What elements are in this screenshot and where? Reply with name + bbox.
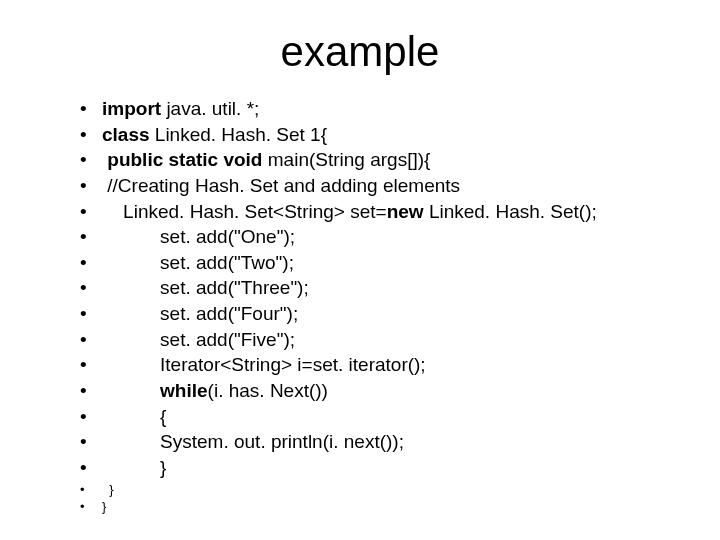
code-line: set. add("Five"); [80, 327, 680, 353]
code-line: Linked. Hash. Set<String> set=new Linked… [80, 199, 680, 225]
code-line: } [80, 498, 680, 516]
code-text: set. add("Five"); [102, 329, 295, 350]
code-line: import java. util. *; [80, 96, 680, 122]
code-text: } [102, 499, 106, 514]
code-text: { [102, 406, 166, 427]
code-text: new [387, 201, 429, 222]
code-line: System. out. println(i. next()); [80, 429, 680, 455]
code-line: set. add("Three"); [80, 275, 680, 301]
code-line: } [80, 455, 680, 481]
code-text: set. add("Three"); [102, 277, 309, 298]
code-text: main(String args[]){ [268, 149, 431, 170]
code-line: while(i. has. Next()) [80, 378, 680, 404]
code-line: set. add("One"); [80, 224, 680, 250]
code-line: //Creating Hash. Set and adding elements [80, 173, 680, 199]
code-text: public static void [107, 149, 267, 170]
code-line: class Linked. Hash. Set 1{ [80, 122, 680, 148]
code-text: set. add("One"); [102, 226, 295, 247]
code-line: public static void main(String args[]){ [80, 147, 680, 173]
code-text: Linked. Hash. Set(); [429, 201, 597, 222]
code-line: { [80, 404, 680, 430]
code-text: set. add("Four"); [102, 303, 298, 324]
code-line: set. add("Four"); [80, 301, 680, 327]
code-text: import [102, 98, 166, 119]
code-text: System. out. println(i. next()); [102, 431, 404, 452]
code-text: while [102, 380, 208, 401]
code-text: java. util. *; [166, 98, 259, 119]
slide-title: example [40, 28, 680, 76]
code-list: import java. util. *;class Linked. Hash.… [80, 96, 680, 516]
code-text: } [102, 457, 166, 478]
code-line: set. add("Two"); [80, 250, 680, 276]
code-line: Iterator<String> i=set. iterator(); [80, 352, 680, 378]
code-text: Linked. Hash. Set<String> set= [102, 201, 387, 222]
code-text: } [102, 482, 114, 497]
code-line: } [80, 481, 680, 499]
slide: example import java. util. *;class Linke… [0, 0, 720, 540]
code-text: class [102, 124, 155, 145]
code-text: Linked. Hash. Set 1{ [155, 124, 327, 145]
code-text: set. add("Two"); [102, 252, 294, 273]
code-text: //Creating Hash. Set and adding elements [102, 175, 460, 196]
code-text: Iterator<String> i=set. iterator(); [102, 354, 426, 375]
code-text: (i. has. Next()) [208, 380, 328, 401]
